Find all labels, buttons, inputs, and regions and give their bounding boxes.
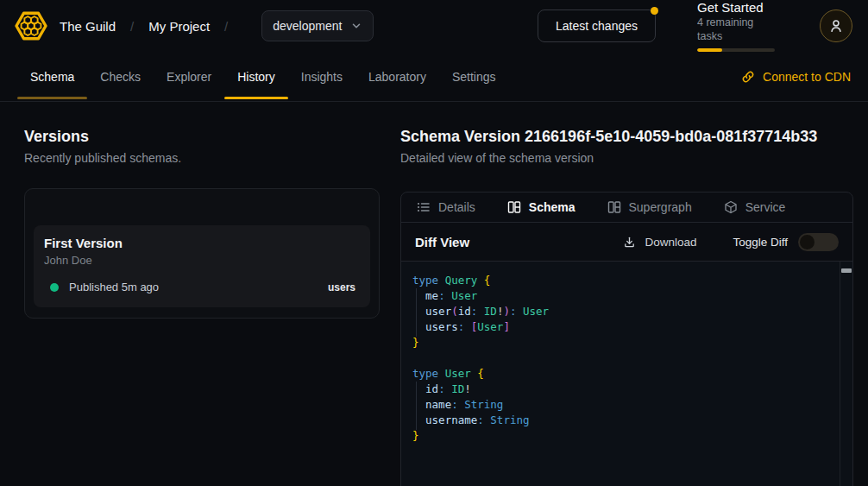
- nav-tab-label: Insights: [301, 70, 343, 84]
- nav-tabs: SchemaChecksExplorerHistoryInsightsLabor…: [17, 52, 509, 101]
- code-line: [412, 350, 835, 366]
- active-tab-underline: [17, 97, 87, 99]
- code-line: user(id: ID!): User: [412, 304, 835, 319]
- link-icon: [741, 70, 755, 84]
- nav-tab-label: Explorer: [167, 70, 211, 84]
- top-bar: The Guild / My Project / development Lat…: [0, 0, 868, 52]
- code-line: users: [User]: [412, 319, 835, 335]
- environment-selector-value: development: [273, 19, 342, 33]
- code-line: me: User: [412, 288, 835, 304]
- version-title: First Version: [44, 236, 360, 250]
- panel-tab-label: Supergraph: [629, 200, 692, 214]
- get-started-title: Get Started: [697, 0, 777, 16]
- columns-icon: [507, 200, 521, 214]
- code-line: }: [412, 335, 835, 350]
- schema-version-column: Schema Version 2166196f-5e10-4059-bd0a-0…: [400, 127, 868, 486]
- indent-guide: [416, 288, 417, 337]
- download-icon: [623, 236, 636, 249]
- connect-to-cdn-label: Connect to CDN: [763, 70, 851, 84]
- schema-version-subtitle: Detailed view of the schema version: [400, 150, 853, 166]
- active-tab-underline: [224, 97, 288, 99]
- panel-tab-label: Details: [438, 200, 475, 214]
- person-icon: [828, 18, 844, 34]
- diff-view-header: Diff View Download Toggle Diff: [401, 223, 852, 262]
- latest-changes-label: Latest changes: [556, 19, 638, 33]
- version-status: Published 5m ago: [69, 281, 159, 293]
- nav-tab-schema[interactable]: Schema: [17, 52, 87, 101]
- sdl-code-viewer[interactable]: type Query { me: User user(id: ID!): Use…: [401, 262, 852, 486]
- environment-selector[interactable]: development: [261, 10, 374, 41]
- code-scrollbar-thumb[interactable]: [841, 268, 852, 273]
- nav-right: Connect to CDN: [741, 52, 851, 101]
- versions-heading: Versions: [24, 127, 380, 146]
- user-avatar[interactable]: [820, 9, 852, 42]
- cube-icon: [724, 200, 738, 214]
- nav-tab-label: Checks: [100, 70, 141, 84]
- schema-version-tabs: DetailsSchemaSupergraphService: [401, 193, 852, 223]
- get-started-widget[interactable]: Get Started 4 remaining tasks: [697, 0, 777, 52]
- diff-view-title: Diff View: [415, 235, 469, 249]
- main-nav: SchemaChecksExplorerHistoryInsightsLabor…: [0, 52, 868, 102]
- get-started-tasks: 4 remaining tasks: [697, 16, 777, 43]
- nav-tab-explorer[interactable]: Explorer: [154, 52, 224, 101]
- nav-tab-label: Laboratory: [368, 70, 426, 84]
- columns-icon: [607, 200, 621, 214]
- nav-tab-label: Schema: [30, 70, 74, 84]
- code-line: username: String: [412, 413, 835, 428]
- schema-version-panel: DetailsSchemaSupergraphService Diff View…: [400, 192, 853, 486]
- diff-actions: Download Toggle Diff: [623, 233, 839, 251]
- panel-tab-service[interactable]: Service: [724, 200, 786, 214]
- version-list-item[interactable]: First Version John Doe Published 5m ago …: [34, 225, 370, 307]
- indent-guide: [416, 382, 417, 430]
- version-status-row: Published 5m ago users: [44, 281, 360, 293]
- code-line: }: [412, 428, 835, 444]
- versions-column: Versions Recently published schemas. Fir…: [0, 127, 400, 486]
- breadcrumb-separator: /: [130, 19, 134, 34]
- code-line: name: String: [412, 397, 835, 413]
- breadcrumb-project[interactable]: My Project: [148, 19, 210, 34]
- list-icon: [417, 200, 431, 214]
- main-content: Versions Recently published schemas. Fir…: [0, 102, 868, 486]
- breadcrumb-separator: /: [224, 19, 228, 34]
- code-scrollbar-track: [840, 262, 840, 486]
- panel-tab-details[interactable]: Details: [417, 200, 475, 214]
- code-line: type User {: [412, 366, 835, 382]
- nav-tab-label: History: [237, 70, 275, 84]
- versions-subheading: Recently published schemas.: [24, 150, 380, 166]
- nav-tab-laboratory[interactable]: Laboratory: [355, 52, 439, 101]
- panel-tab-schema[interactable]: Schema: [507, 200, 576, 214]
- version-author: John Doe: [44, 254, 360, 267]
- code-line: type Query {: [412, 273, 835, 288]
- chevron-down-icon: [350, 20, 362, 32]
- toggle-diff-label: Toggle Diff: [733, 236, 788, 249]
- panel-tab-label: Schema: [529, 200, 576, 214]
- download-label: Download: [645, 236, 696, 249]
- schema-version-title: Schema Version 2166196f-5e10-4059-bd0a-0…: [400, 127, 853, 146]
- code-line: id: ID!: [412, 382, 835, 397]
- download-button[interactable]: Download: [623, 236, 696, 249]
- toggle-diff-switch[interactable]: [798, 233, 839, 251]
- connect-to-cdn-link[interactable]: Connect to CDN: [741, 70, 851, 84]
- versions-list: First Version John Doe Published 5m ago …: [24, 188, 380, 319]
- notification-dot: [651, 7, 658, 15]
- breadcrumb-org[interactable]: The Guild: [60, 19, 116, 34]
- panel-tab-label: Service: [745, 200, 786, 214]
- panel-tab-supergraph[interactable]: Supergraph: [607, 200, 692, 214]
- published-status-dot: [50, 283, 59, 292]
- nav-tab-label: Settings: [452, 70, 496, 84]
- service-badge: users: [328, 281, 360, 293]
- nav-tab-checks[interactable]: Checks: [87, 52, 154, 101]
- hive-logo-icon[interactable]: [14, 9, 48, 43]
- nav-tab-settings[interactable]: Settings: [439, 52, 509, 101]
- nav-tab-insights[interactable]: Insights: [288, 52, 355, 101]
- latest-changes-button[interactable]: Latest changes: [538, 9, 656, 42]
- nav-tab-history[interactable]: History: [224, 52, 288, 101]
